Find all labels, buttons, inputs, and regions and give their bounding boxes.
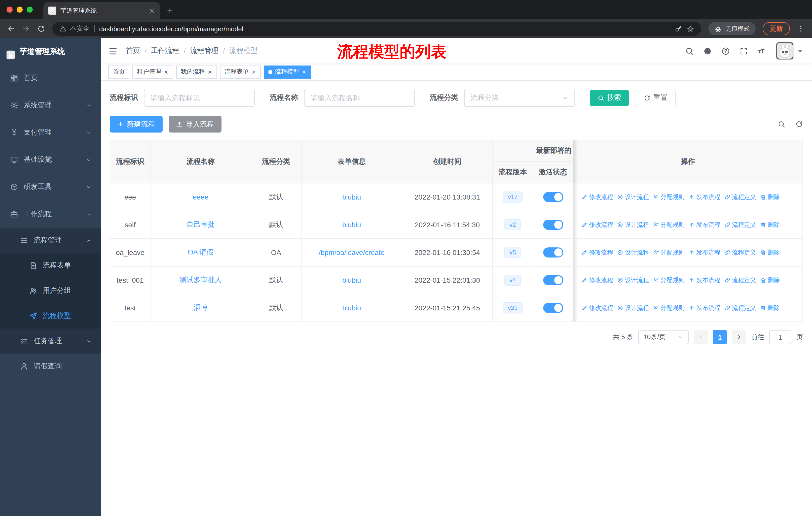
goto-page-input[interactable]	[769, 330, 791, 344]
tag-close-icon[interactable]	[207, 69, 212, 74]
assign-rules-link[interactable]: 分配规则	[653, 304, 685, 312]
tag-close-icon[interactable]	[251, 69, 256, 74]
model-name-link[interactable]: 滔博	[194, 303, 208, 311]
publish-process-link[interactable]: 发布流程	[689, 248, 720, 257]
publish-process-link[interactable]: 发布流程	[689, 193, 720, 201]
browser-menu-button[interactable]	[797, 25, 805, 33]
delete-link[interactable]: 删除	[760, 304, 780, 312]
table-refresh-icon[interactable]	[795, 120, 803, 128]
sidebar-item-dev-tools[interactable]: 研发工具	[0, 173, 101, 200]
edit-process-link[interactable]: 修改流程	[581, 193, 613, 201]
model-name-link[interactable]: 自己审批	[186, 220, 215, 228]
github-icon[interactable]	[703, 47, 712, 55]
reset-button[interactable]: 重置	[636, 89, 675, 106]
sidebar-item-process-form[interactable]: 流程表单	[0, 253, 101, 278]
process-definition-link[interactable]: 流程定义	[724, 248, 756, 257]
design-process-link[interactable]: 设计流程	[617, 193, 649, 201]
design-process-link[interactable]: 设计流程	[617, 276, 649, 284]
process-definition-link[interactable]: 流程定义	[724, 304, 756, 312]
app-logo[interactable]: 芋道管理系统	[0, 38, 101, 64]
sidebar-item-payment-management[interactable]: 支付管理	[0, 119, 101, 146]
reload-button[interactable]	[37, 25, 45, 33]
forward-button[interactable]	[22, 25, 30, 33]
tag-my-process[interactable]: 我的流程	[176, 65, 217, 78]
address-bar[interactable]: 不安全 dashboard.yudao.iocoder.cn/bpm/manag…	[52, 22, 701, 36]
fullscreen-icon[interactable]	[740, 47, 748, 55]
active-toggle[interactable]	[543, 247, 563, 257]
assign-rules-link[interactable]: 分配规则	[653, 193, 685, 201]
publish-process-link[interactable]: 发布流程	[689, 304, 720, 312]
process-key-input[interactable]	[144, 89, 255, 107]
tag-process-model[interactable]: 流程模型	[264, 65, 311, 78]
assign-rules-link[interactable]: 分配规则	[653, 276, 685, 284]
form-link[interactable]: biubiu	[342, 304, 361, 312]
tag-close-icon[interactable]	[301, 69, 307, 74]
model-name-link[interactable]: OA 请假	[188, 248, 214, 256]
publish-process-link[interactable]: 发布流程	[689, 220, 720, 229]
active-toggle[interactable]	[543, 303, 563, 313]
model-name-link[interactable]: eeee	[193, 193, 208, 201]
delete-link[interactable]: 删除	[760, 220, 780, 229]
sidebar-item-user-group[interactable]: 用户分组	[0, 278, 101, 303]
sidebar-item-task-management[interactable]: 任务管理	[0, 329, 101, 354]
category-select[interactable]: 流程分类	[464, 89, 575, 107]
sidebar-item-home[interactable]: 首页	[0, 64, 101, 92]
new-tab-button[interactable]	[166, 7, 174, 15]
process-name-input[interactable]	[304, 89, 415, 107]
search-button[interactable]: 搜索	[590, 89, 629, 106]
user-menu[interactable]	[776, 42, 805, 60]
edit-process-link[interactable]: 修改流程	[581, 248, 613, 257]
delete-link[interactable]: 删除	[760, 193, 780, 201]
window-zoom-button[interactable]	[27, 6, 33, 12]
header-search-icon[interactable]	[685, 47, 694, 55]
security-indicator[interactable]: 不安全	[59, 24, 90, 33]
sidebar-toggle-button[interactable]	[108, 46, 118, 56]
model-name-link[interactable]: 测试多审批人	[179, 276, 222, 284]
tag-process-form[interactable]: 流程表单	[220, 65, 261, 78]
tag-close-icon[interactable]	[164, 69, 169, 74]
design-process-link[interactable]: 设计流程	[617, 304, 649, 312]
page-size-select[interactable]: 10条/页	[638, 330, 689, 344]
assign-rules-link[interactable]: 分配规则	[653, 220, 685, 229]
sidebar-item-infrastructure[interactable]: 基础设施	[0, 146, 101, 173]
font-size-icon[interactable]: TT	[758, 47, 766, 55]
process-definition-link[interactable]: 流程定义	[724, 276, 756, 284]
browser-tab[interactable]: 芋道管理系统	[43, 2, 160, 19]
breadcrumb-process-management[interactable]: 流程管理	[190, 46, 219, 55]
update-button[interactable]: 更新	[763, 22, 790, 35]
next-page-button[interactable]	[732, 330, 746, 344]
window-close-button[interactable]	[6, 6, 12, 12]
delete-link[interactable]: 删除	[760, 248, 780, 257]
process-definition-link[interactable]: 流程定义	[724, 220, 756, 229]
back-button[interactable]	[7, 25, 15, 33]
tag-tenant-management[interactable]: 租户管理	[133, 65, 173, 78]
tag-home[interactable]: 首页	[108, 65, 129, 78]
active-toggle[interactable]	[543, 275, 563, 285]
password-key-icon[interactable]	[674, 25, 682, 32]
create-process-button[interactable]: 新建流程	[110, 116, 163, 133]
sidebar-item-system-management[interactable]: 系统管理	[0, 92, 101, 119]
design-process-link[interactable]: 设计流程	[617, 220, 649, 229]
form-link[interactable]: biubiu	[342, 221, 361, 229]
help-icon[interactable]	[721, 47, 730, 55]
sidebar-item-process-management[interactable]: 流程管理	[0, 228, 101, 253]
edit-process-link[interactable]: 修改流程	[581, 220, 613, 229]
window-minimize-button[interactable]	[17, 6, 23, 12]
edit-process-link[interactable]: 修改流程	[581, 304, 613, 312]
bookmark-star-icon[interactable]	[687, 25, 694, 32]
active-toggle[interactable]	[543, 220, 563, 230]
toggle-search-icon[interactable]	[778, 120, 785, 128]
design-process-link[interactable]: 设计流程	[617, 248, 649, 257]
process-definition-link[interactable]: 流程定义	[724, 193, 756, 201]
form-link[interactable]: /bpm/oa/leave/create	[319, 248, 385, 256]
active-toggle[interactable]	[543, 192, 563, 202]
prev-page-button[interactable]	[694, 330, 708, 344]
sidebar-item-leave-query[interactable]: 请假查询	[0, 354, 101, 379]
import-process-button[interactable]: 导入流程	[169, 116, 222, 133]
breadcrumb-home[interactable]: 首页	[126, 46, 140, 55]
form-link[interactable]: biubiu	[342, 276, 361, 284]
page-1-button[interactable]: 1	[713, 330, 727, 344]
sidebar-item-workflow[interactable]: 工作流程	[0, 200, 101, 228]
sidebar-item-process-model[interactable]: 流程模型	[0, 303, 101, 329]
publish-process-link[interactable]: 发布流程	[689, 276, 720, 284]
